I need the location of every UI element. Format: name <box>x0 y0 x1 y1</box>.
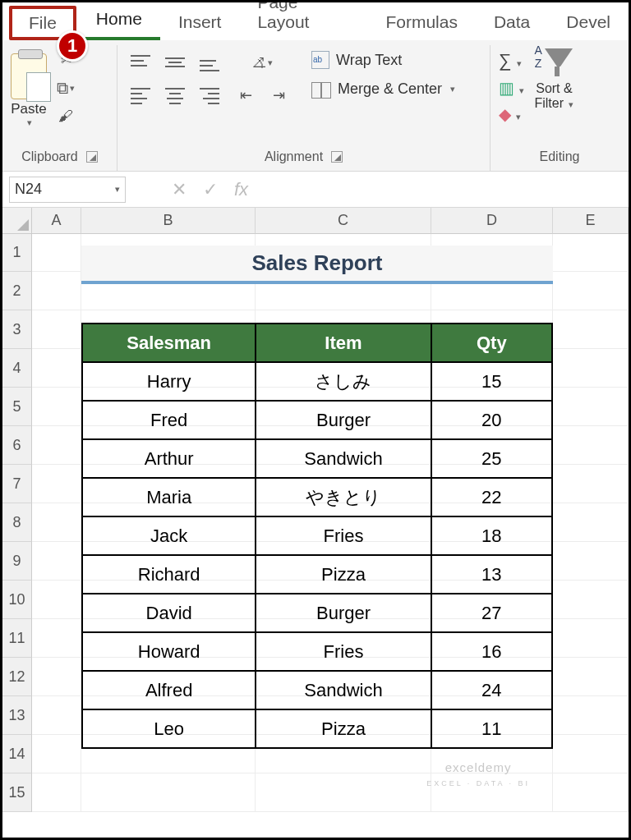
cell-A4[interactable] <box>32 349 81 388</box>
tab-page-layout[interactable]: Page Layout <box>239 0 367 40</box>
cell-item[interactable]: Sandwich <box>256 439 431 478</box>
row-header-15[interactable]: 15 <box>2 773 32 812</box>
align-middle-button[interactable] <box>160 48 190 76</box>
row-header-12[interactable]: 12 <box>2 658 32 696</box>
cell-item[interactable]: Sandwich <box>256 671 431 709</box>
row-header-3[interactable]: 3 <box>2 310 32 349</box>
col-header-E[interactable]: E <box>553 208 629 234</box>
cell-A1[interactable] <box>32 234 81 272</box>
cell-qty[interactable]: 16 <box>431 632 552 671</box>
cell-salesman[interactable]: Howard <box>82 632 256 671</box>
cell-A5[interactable] <box>32 388 81 426</box>
row-header-14[interactable]: 14 <box>2 735 32 773</box>
autosum-button[interactable]: ∑ ▾ <box>499 50 524 71</box>
cell-salesman[interactable]: Harry <box>82 362 256 401</box>
tab-home[interactable]: Home <box>78 1 160 40</box>
cell-E8[interactable] <box>553 503 629 542</box>
cell-E11[interactable] <box>553 619 629 658</box>
cell-salesman[interactable]: David <box>82 594 256 632</box>
cell-qty[interactable]: 20 <box>431 401 552 439</box>
cell-qty[interactable]: 13 <box>431 555 552 594</box>
cell-item[interactable]: Pizza <box>256 709 431 748</box>
cell-E1[interactable] <box>553 234 629 272</box>
decrease-indent-button[interactable]: ⇤ <box>231 81 260 109</box>
wrap-text-button[interactable]: Wrap Text <box>306 48 460 71</box>
row-header-5[interactable]: 5 <box>2 388 32 426</box>
tab-developer[interactable]: Devel <box>548 4 629 40</box>
align-left-button[interactable] <box>126 81 155 109</box>
cell-A6[interactable] <box>32 426 81 465</box>
col-header-D[interactable]: D <box>431 208 553 234</box>
tab-data[interactable]: Data <box>476 4 548 40</box>
paste-button[interactable]: Paste ▾ <box>11 48 47 128</box>
row-header-2[interactable]: 2 <box>2 272 32 310</box>
enter-formula-button[interactable]: ✓ <box>203 179 218 200</box>
cell-qty[interactable]: 18 <box>431 516 552 555</box>
cell-qty[interactable]: 22 <box>431 478 552 516</box>
cell-E13[interactable] <box>553 696 629 735</box>
cell-salesman[interactable]: Fred <box>82 401 256 439</box>
cell-A12[interactable] <box>32 658 81 696</box>
insert-function-button[interactable]: fx <box>234 179 248 200</box>
tab-insert[interactable]: Insert <box>160 4 240 40</box>
align-right-button[interactable] <box>195 81 224 109</box>
worksheet[interactable]: 123456789101112131415 ABCDE Sales Report… <box>2 208 629 838</box>
sort-filter-button[interactable]: AZ Sort &Filter ▾ <box>534 48 573 110</box>
cell-salesman[interactable]: Arthur <box>82 439 256 478</box>
cell-B15[interactable] <box>81 773 256 812</box>
cell-E12[interactable] <box>553 658 629 696</box>
cell-A9[interactable] <box>32 542 81 581</box>
formula-bar[interactable] <box>265 177 629 203</box>
cell-A13[interactable] <box>32 696 81 735</box>
cell-E9[interactable] <box>553 542 629 581</box>
cell-A2[interactable] <box>32 272 81 310</box>
cell-item[interactable]: Pizza <box>256 555 431 594</box>
clear-button[interactable]: ◆ ▾ <box>499 104 524 124</box>
col-header-B[interactable]: B <box>81 208 256 234</box>
cell-A11[interactable] <box>32 619 81 658</box>
cell-E7[interactable] <box>553 465 629 503</box>
cell-E4[interactable] <box>553 349 629 388</box>
cell-item[interactable]: Fries <box>256 632 431 671</box>
cell-A8[interactable] <box>32 503 81 542</box>
cell-A15[interactable] <box>32 773 81 812</box>
cell-A7[interactable] <box>32 465 81 503</box>
cell-C15[interactable] <box>256 773 431 812</box>
col-header-A[interactable]: A <box>32 208 81 234</box>
cell-qty[interactable]: 24 <box>431 671 552 709</box>
copy-button[interactable]: ▾ <box>53 76 78 99</box>
row-header-10[interactable]: 10 <box>2 581 32 619</box>
cell-E10[interactable] <box>553 581 629 619</box>
cell-salesman[interactable]: Jack <box>82 516 256 555</box>
cell-E15[interactable] <box>553 773 629 812</box>
row-header-4[interactable]: 4 <box>2 349 32 388</box>
cell-A3[interactable] <box>32 310 81 349</box>
col-header-C[interactable]: C <box>256 208 431 234</box>
row-header-6[interactable]: 6 <box>2 426 32 465</box>
cell-E6[interactable] <box>553 426 629 465</box>
cell-salesman[interactable]: Richard <box>82 555 256 594</box>
cell-salesman[interactable]: Leo <box>82 709 256 748</box>
orientation-button[interactable]: ⦨▾ <box>247 48 277 76</box>
chevron-down-icon[interactable]: ▾ <box>450 84 455 94</box>
increase-indent-button[interactable]: ⇥ <box>264 81 293 109</box>
fill-button[interactable]: ▥ ▾ <box>499 78 524 98</box>
align-bottom-button[interactable] <box>195 48 224 76</box>
cell-item[interactable]: やきとり <box>256 478 431 516</box>
tab-formulas[interactable]: Formulas <box>367 4 476 40</box>
cell-E3[interactable] <box>553 310 629 349</box>
cell-item[interactable]: Burger <box>256 401 431 439</box>
cell-item[interactable]: Burger <box>256 594 431 632</box>
alignment-dialog-launcher-icon[interactable] <box>331 151 343 163</box>
cell-A14[interactable] <box>32 735 81 773</box>
chevron-down-icon[interactable]: ▾ <box>12 117 47 128</box>
cancel-formula-button[interactable]: ✕ <box>172 179 187 200</box>
cell-salesman[interactable]: Maria <box>82 478 256 516</box>
cell-item[interactable]: さしみ <box>256 362 431 401</box>
align-top-button[interactable] <box>126 48 155 76</box>
merge-center-button[interactable]: Merge & Center ▾ <box>306 78 460 100</box>
cell-E5[interactable] <box>553 388 629 426</box>
cell-E14[interactable] <box>553 735 629 773</box>
cell-qty[interactable]: 27 <box>431 594 552 632</box>
row-header-8[interactable]: 8 <box>2 503 32 542</box>
